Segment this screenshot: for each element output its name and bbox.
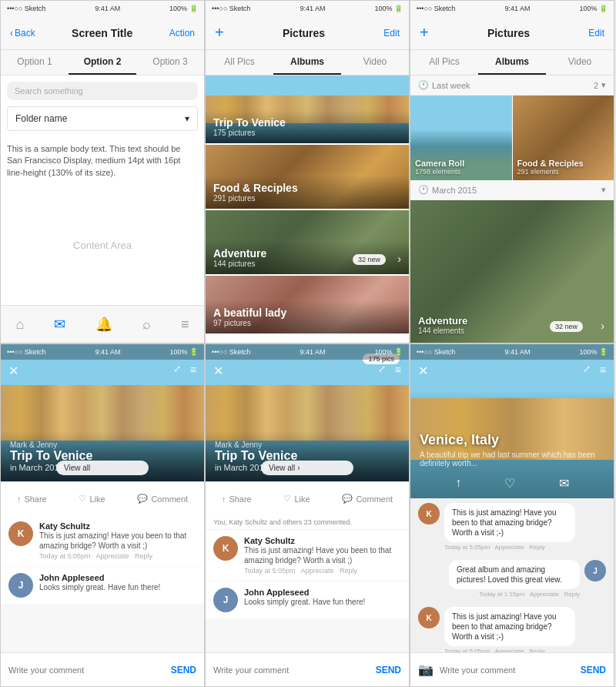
chat-msg-katy-2: K This is just amazing! Have you been to… [410, 602, 614, 652]
share-icon-d2: ↑ [222, 494, 226, 504]
album-list-2: Trip To Venice 175 pictures Food & Recip… [206, 75, 409, 343]
section-label-march: March 2015 [432, 186, 477, 195]
chat-msg-katy-1: K This is just amazing! Have you been to… [410, 498, 614, 555]
share-button-d2[interactable]: ↑Share [222, 494, 252, 504]
seg-albums-2[interactable]: Albums [273, 50, 341, 75]
share-button-d1[interactable]: ↑ Share [17, 494, 47, 504]
seg-option2[interactable]: Option 2 [69, 50, 136, 75]
chat-time-joe-1: Today at 1:15pm Appreciate Reply [449, 591, 580, 598]
expand-icon-d1[interactable]: ⤢ [173, 364, 181, 374]
album-item-food[interactable]: Food & Reciples 291 pictures [206, 145, 409, 209]
comment-text-katy-d1: This is just amazing! Have you been to t… [39, 531, 196, 551]
send-button-d2[interactable]: SEND [376, 665, 401, 675]
view-all-btn-d1[interactable]: View all [56, 461, 149, 475]
camera-icon-d3[interactable]: 📷 [418, 662, 434, 677]
comment-name-katy-d2: Katy Schultz [244, 536, 401, 545]
album-item-venice[interactable]: Trip To Venice 175 pictures [206, 75, 409, 143]
like-button-d2[interactable]: ♡Like [283, 494, 310, 504]
seg-allpics-2[interactable]: All Pics [206, 50, 273, 75]
add-button-3[interactable]: + [420, 24, 429, 42]
phone-detail-2: •••○○ Sketch 9:41 AM 100% 🔋 ✕ ⤢ ≡ 175 pi… [205, 344, 410, 687]
album-sub-lady: 97 pictures [213, 319, 401, 327]
close-button-d2[interactable]: ✕ [213, 364, 223, 378]
seg-albums-3[interactable]: Albums [478, 50, 546, 75]
seg-option1[interactable]: Option 1 [1, 50, 69, 75]
photo-overlay-d3: Venice, Italy A beautiful trip we had la… [420, 432, 604, 467]
album-adventure-3[interactable]: Adventure 144 elements 32 new › [410, 200, 614, 343]
album-camera-roll[interactable]: Camera Roll 1798 elements [410, 96, 512, 180]
chevron-down-icon-1: ▾ [185, 113, 189, 124]
close-button-d1[interactable]: ✕ [8, 364, 18, 378]
comment-input-bar-d3: 📷 SEND [410, 652, 614, 686]
chat-msg-joe-1: J Great album and amazing pictures! Love… [410, 555, 614, 602]
edit-button-3[interactable]: Edit [588, 28, 604, 39]
chevron-down-icon-lastweek[interactable]: ▾ [601, 80, 606, 90]
heart-icon-d1: ♡ [79, 494, 86, 504]
dropdown-1[interactable]: Folder name ▾ [7, 106, 198, 131]
mail-icon-d3[interactable]: ✉ [559, 476, 569, 491]
close-button-d3[interactable]: ✕ [418, 364, 428, 378]
comment-input-d1[interactable] [8, 665, 165, 675]
expand-icon-d2[interactable]: ⤢ [378, 364, 386, 374]
tab-search-icon[interactable]: ⌕ [142, 317, 151, 333]
album-arrow-adventure: › [397, 253, 401, 265]
nav-title-1: Screen Title [72, 27, 132, 39]
send-button-d1[interactable]: SEND [171, 665, 196, 675]
comment-item-john-d2: J John Appleseed Looks simply great. Hav… [206, 581, 409, 618]
seg-video-3[interactable]: Video [546, 50, 614, 75]
add-button-2[interactable]: + [215, 24, 224, 42]
clock-icon-march: 🕐 [418, 185, 429, 195]
action-bar-d1: ↑ Share ♡ Like 💬 Comment [1, 481, 204, 515]
status-bar-1: •••○○ Sketch 9:41 AM 100% 🔋 [1, 1, 204, 16]
comment-item-john-d1: J John Appleseed Looks simply great. Hav… [1, 567, 204, 604]
menu-icon-d1[interactable]: ≡ [190, 364, 196, 376]
food-title-3: Food & Reciples [517, 159, 584, 168]
comment-text-john-d2: Looks simply great. Have fun there! [244, 597, 401, 607]
menu-icon-d2[interactable]: ≡ [395, 364, 401, 376]
back-button-1[interactable]: ‹Back [10, 28, 35, 39]
album-title-venice: Trip To Venice [213, 116, 401, 129]
like-button-d1[interactable]: ♡ Like [79, 494, 105, 504]
chat-time-katy-1: Today at 5:05pm Appreciate Reply [444, 544, 575, 551]
photo-bg-d3: ✕ ⤢ ≡ Venice, Italy A beautiful trip we … [410, 344, 614, 498]
status-bar-d1: •••○○ Sketch 9:41 AM 100% 🔋 [1, 344, 204, 360]
tab-menu-icon[interactable]: ≡ [181, 317, 189, 333]
nav-action-1[interactable]: Action [169, 28, 195, 39]
heart-icon-d3[interactable]: ♡ [504, 476, 515, 491]
share-icon-d1: ↑ [17, 494, 22, 504]
search-bar-1[interactable]: Search something [7, 82, 198, 100]
comment-input-bar-d2: SEND [206, 652, 409, 686]
send-button-d3[interactable]: SEND [581, 665, 606, 675]
avatar-joe-chat-1: J [584, 560, 606, 581]
share-icon-d3[interactable]: ↑ [455, 476, 461, 491]
tab-bell-icon[interactable]: 🔔 [95, 316, 112, 333]
album-item-adventure[interactable]: Adventure 144 pictures 32 new › [206, 210, 409, 274]
camera-roll-sub: 1798 elements [415, 168, 464, 176]
seg-option3[interactable]: Option 3 [136, 50, 204, 75]
tab-mail-icon[interactable]: ✉ [54, 316, 65, 333]
section-header-march: 🕐 March 2015 ▾ [410, 180, 614, 200]
album-item-lady[interactable]: A beatiful lady 97 pictures [206, 276, 409, 333]
expand-icon-d3[interactable]: ⤢ [583, 364, 591, 374]
album-sub-food: 291 pictures [213, 194, 401, 203]
phone-detail-3: •••○○ Sketch 9:41 AM 100% 🔋 ✕ ⤢ ≡ Venice… [410, 344, 614, 687]
comment-button-d2[interactable]: 💬Comment [342, 494, 393, 504]
seg-allpics-3[interactable]: All Pics [410, 50, 478, 75]
tab-home-icon[interactable]: ⌂ [15, 317, 24, 333]
comment-icon-d1: 💬 [137, 494, 148, 504]
comment-input-d3[interactable] [440, 665, 574, 675]
adventure-badge-3: 32 new [550, 321, 583, 332]
comment-input-d2[interactable] [213, 665, 370, 675]
seg-video-2[interactable]: Video [341, 50, 409, 75]
menu-icon-d3[interactable]: ≡ [600, 364, 606, 376]
avatar-katy-d2: K [213, 536, 238, 561]
status-bar-d3: •••○○ Sketch 9:41 AM 100% 🔋 [410, 344, 614, 360]
avatar-katy-chat-1: K [418, 503, 440, 524]
comment-item-katy-d1: K Katy Schultz This is just amazing! Hav… [1, 515, 204, 566]
view-all-btn-d2[interactable]: View all › [261, 461, 353, 475]
edit-button-2[interactable]: Edit [383, 28, 400, 39]
album-food-3[interactable]: Food & Reciples 291 elements [513, 96, 614, 180]
body-text-1: This is a sample body text. This text sh… [7, 143, 198, 179]
chevron-down-icon-march[interactable]: ▾ [601, 185, 606, 195]
comment-button-d1[interactable]: 💬 Comment [137, 494, 188, 504]
